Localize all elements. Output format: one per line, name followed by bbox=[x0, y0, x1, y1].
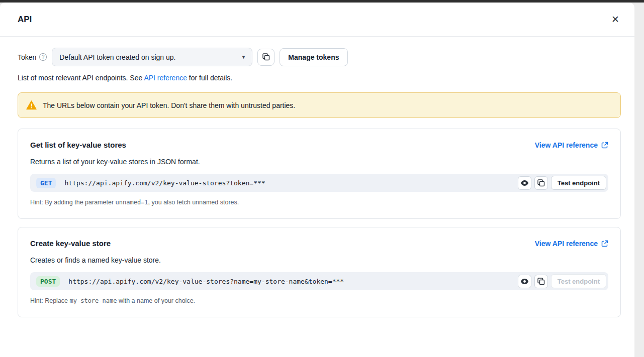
view-api-reference-link[interactable]: View API reference bbox=[535, 141, 608, 149]
warning-banner: The URLs below contain your API token. D… bbox=[18, 92, 621, 118]
copy-icon bbox=[537, 278, 545, 285]
endpoint-card-get-list: Get list of key-value stores View API re… bbox=[18, 129, 621, 219]
modal-body: Token ? Default API token created on sig… bbox=[0, 37, 634, 317]
endpoint-url-bar: GET https://api.apify.com/v2/key-value-s… bbox=[30, 174, 608, 192]
intro-text: List of most relevant API endpoints. See… bbox=[18, 74, 621, 82]
copy-url-button[interactable] bbox=[534, 275, 548, 288]
copy-icon bbox=[537, 179, 545, 187]
token-label: Token bbox=[18, 53, 36, 61]
modal-header: API ✕ bbox=[0, 3, 634, 37]
page-title: API bbox=[18, 15, 32, 25]
reveal-token-button[interactable] bbox=[518, 176, 531, 190]
hint-post: , you also fetch unnamed stores. bbox=[148, 199, 239, 206]
warning-text: The URLs below contain your API token. D… bbox=[43, 101, 295, 109]
help-icon[interactable]: ? bbox=[39, 53, 47, 61]
manage-tokens-button[interactable]: Manage tokens bbox=[280, 48, 347, 66]
reveal-token-button[interactable] bbox=[518, 275, 531, 288]
endpoint-url: https://api.apify.com/v2/key-value-store… bbox=[64, 179, 514, 187]
hint-pre: Hint: By adding the parameter bbox=[30, 199, 116, 206]
copy-token-button[interactable] bbox=[257, 49, 274, 66]
test-endpoint-button[interactable]: Test endpoint bbox=[551, 176, 606, 190]
external-link-icon bbox=[601, 142, 608, 149]
api-modal: API ✕ Token ? Default API token created … bbox=[0, 3, 634, 357]
external-link-icon bbox=[601, 240, 608, 247]
chevron-down-icon: ▼ bbox=[241, 54, 246, 60]
hint-code: unnamed=1 bbox=[116, 199, 148, 206]
copy-icon bbox=[262, 53, 270, 61]
intro-post: for full details. bbox=[187, 74, 232, 82]
hint-pre: Hint: Replace bbox=[30, 297, 70, 304]
hint-post: with a name of your choice. bbox=[117, 297, 195, 304]
card-head: Get list of key-value stores View API re… bbox=[30, 141, 608, 149]
copy-url-button[interactable] bbox=[534, 176, 548, 190]
token-select-value: Default API token created on sign up. bbox=[59, 53, 175, 61]
eye-icon bbox=[520, 180, 529, 186]
view-api-reference-label: View API reference bbox=[535, 240, 598, 248]
http-method-badge: POST bbox=[36, 276, 60, 287]
card-title: Get list of key-value stores bbox=[30, 141, 126, 149]
view-api-reference-link[interactable]: View API reference bbox=[535, 240, 608, 248]
card-hint: Hint: Replace my-store-name with a name … bbox=[30, 297, 608, 304]
card-description: Returns a list of your key-value stores … bbox=[30, 158, 608, 166]
warning-icon bbox=[26, 100, 37, 110]
token-row: Token ? Default API token created on sig… bbox=[18, 48, 621, 66]
http-method-badge: GET bbox=[36, 178, 56, 188]
endpoint-url-bar: POST https://api.apify.com/v2/key-value-… bbox=[30, 272, 608, 290]
card-hint: Hint: By adding the parameter unnamed=1,… bbox=[30, 199, 608, 206]
intro-pre: List of most relevant API endpoints. See bbox=[18, 74, 144, 82]
test-endpoint-button[interactable]: Test endpoint bbox=[551, 274, 606, 288]
view-api-reference-label: View API reference bbox=[535, 141, 598, 149]
card-description: Creates or finds a named key-value store… bbox=[30, 256, 608, 264]
card-head: Create key-value store View API referenc… bbox=[30, 239, 608, 248]
card-title: Create key-value store bbox=[30, 239, 111, 248]
close-icon[interactable]: ✕ bbox=[608, 12, 622, 27]
eye-icon bbox=[520, 278, 529, 285]
endpoint-url: https://api.apify.com/v2/key-value-store… bbox=[68, 278, 514, 285]
hint-code: my-store-name bbox=[70, 297, 117, 304]
api-reference-link[interactable]: API reference bbox=[144, 74, 187, 82]
token-select[interactable]: Default API token created on sign up. ▼ bbox=[52, 48, 252, 66]
endpoint-card-create-store: Create key-value store View API referenc… bbox=[18, 227, 621, 317]
